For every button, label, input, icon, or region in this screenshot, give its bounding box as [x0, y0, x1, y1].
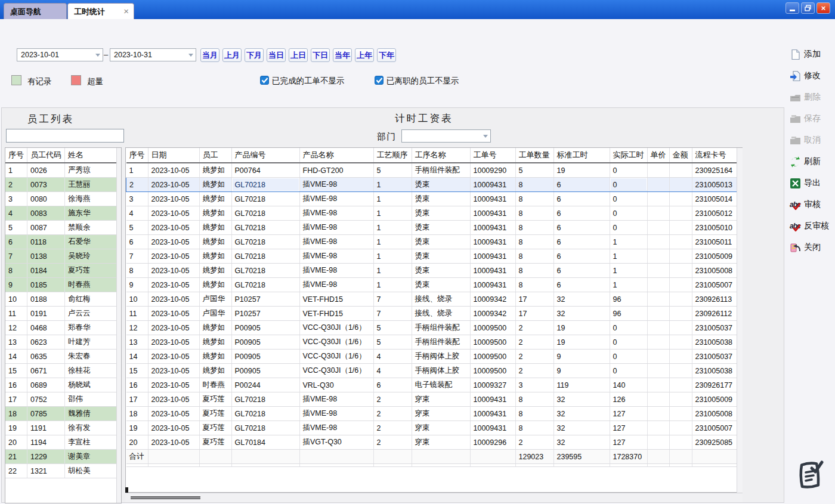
tab-close-icon[interactable]: × [123, 6, 129, 16]
timesheet-cell[interactable]: GL70218 [231, 178, 299, 192]
column-header[interactable]: 实际工时 [610, 148, 647, 163]
employee-row[interactable]: 221321胡松美 [5, 464, 121, 478]
timesheet-cell[interactable]: 10009431 [470, 392, 515, 407]
timesheet-cell[interactable] [647, 335, 669, 350]
timesheet-cell[interactable]: GL70218 [231, 407, 299, 421]
timesheet-cell[interactable]: 10009431 [470, 235, 515, 249]
employee-name-cell[interactable]: 邵伟 [65, 392, 121, 407]
timesheet-cell[interactable]: 13 [126, 335, 149, 350]
timesheet-cell[interactable]: 姚梦如 [199, 163, 231, 178]
timesheet-cell[interactable]: 7 [126, 249, 149, 264]
timesheet-cell[interactable]: 6 [126, 235, 149, 249]
timesheet-cell[interactable]: 插VME-98 [299, 178, 373, 192]
timesheet-cell[interactable]: 烫束 [412, 192, 470, 206]
timesheet-cell[interactable]: 手柄组件装配 [412, 163, 470, 178]
column-header[interactable]: 序号 [126, 148, 149, 163]
timesheet-cell[interactable] [647, 206, 669, 221]
timesheet-cell[interactable]: 10009342 [470, 307, 515, 321]
timesheet-cell[interactable] [647, 178, 669, 192]
timesheet-cell[interactable]: 2023-10-05 [148, 249, 199, 264]
timesheet-cell[interactable] [647, 292, 669, 307]
timesheet-cell[interactable]: P00905 [231, 364, 299, 378]
timesheet-cell[interactable]: 10009431 [470, 221, 515, 235]
timesheet-cell[interactable]: 15 [126, 364, 149, 378]
timesheet-row[interactable]: 182023-10-05夏巧莲GL70218插VME-982穿束10009431… [126, 407, 742, 421]
employee-row[interactable]: 20073王慧丽 [5, 178, 121, 192]
timesheet-cell[interactable]: GL70218 [231, 278, 299, 292]
employee-code-cell[interactable]: 0080 [27, 192, 65, 206]
timesheet-cell[interactable]: P10257 [231, 307, 299, 321]
timesheet-cell[interactable]: 16 [126, 378, 149, 392]
timesheet-cell[interactable]: VET-FHD15 [299, 307, 373, 321]
timesheet-cell[interactable]: 18 [126, 407, 149, 421]
timesheet-cell[interactable]: 8 [515, 221, 553, 235]
employee-name-cell[interactable]: 卢云云 [65, 307, 121, 321]
timesheet-cell[interactable]: 231005010 [692, 221, 741, 235]
timesheet-cell[interactable]: 10009500 [470, 350, 515, 364]
timesheet-cell[interactable]: 2023-10-05 [148, 292, 199, 307]
timesheet-cell[interactable]: 姚梦如 [199, 235, 231, 249]
timesheet-cell[interactable]: 插VME-98 [299, 278, 373, 292]
timesheet-row[interactable]: 12023-10-05姚梦如P00764FHD-GT2005手柄组件装配1000… [126, 163, 742, 178]
timesheet-cell[interactable]: 32 [553, 421, 610, 435]
timesheet-cell[interactable]: 8 [515, 392, 553, 407]
timesheet-cell[interactable]: 127 [610, 435, 647, 450]
tab-worktime-stats[interactable]: 工时统计 × [67, 3, 134, 19]
timesheet-row[interactable]: 82023-10-05姚梦如GL70218插VME-981烫束100094318… [126, 264, 742, 278]
quick-button-current-year[interactable]: 当年 [333, 48, 352, 62]
employee-row[interactable]: 30080徐海燕 [5, 192, 121, 206]
timesheet-cell[interactable]: 3 [126, 192, 149, 206]
timesheet-cell[interactable]: 231005014 [692, 192, 741, 206]
quick-button-prev-month[interactable]: 上月 [222, 48, 242, 62]
employee-row[interactable]: 150671徐桂花 [5, 364, 121, 378]
employee-name-cell[interactable]: 徐海燕 [65, 192, 121, 206]
timesheet-cell[interactable]: 0 [610, 364, 647, 378]
timesheet-cell[interactable]: 烫束 [412, 206, 470, 221]
employee-name-cell[interactable]: 徐有发 [65, 421, 121, 435]
column-header[interactable]: 员工代码 [27, 148, 65, 163]
timesheet-cell[interactable] [669, 421, 692, 435]
timesheet-cell[interactable]: 6 [553, 249, 610, 264]
timesheet-cell[interactable]: 6 [553, 221, 610, 235]
employee-name-cell[interactable]: 吴晓玲 [65, 249, 121, 264]
timesheet-cell[interactable]: 96 [610, 307, 647, 321]
employee-code-cell[interactable]: 0118 [27, 235, 65, 249]
timesheet-row[interactable]: 52023-10-05姚梦如GL70218插VME-981烫束100094318… [126, 221, 742, 235]
timesheet-cell[interactable]: 1 [373, 235, 412, 249]
timesheet-cell[interactable]: 0 [610, 221, 647, 235]
employee-no-cell[interactable]: 11 [5, 307, 27, 321]
timesheet-cell[interactable]: 8 [515, 264, 553, 278]
timesheet-cell[interactable]: VCC-Q30JI（1/6） [299, 321, 373, 335]
close-button[interactable]: 关闭 [790, 240, 835, 255]
timesheet-cell[interactable]: 7 [373, 307, 412, 321]
column-header[interactable]: 产品编号 [231, 148, 299, 163]
quick-button-next-year[interactable]: 下年 [377, 48, 396, 62]
timesheet-cell[interactable] [669, 249, 692, 264]
timesheet-cell[interactable]: GL70218 [231, 264, 299, 278]
timesheet-cell[interactable]: 2023-10-05 [148, 192, 199, 206]
timesheet-cell[interactable]: 6 [373, 378, 412, 392]
employee-no-cell[interactable]: 3 [5, 192, 27, 206]
timesheet-cell[interactable]: 0 [610, 163, 647, 178]
timesheet-cell[interactable]: 穿束 [412, 392, 470, 407]
timesheet-cell[interactable]: 17 [515, 292, 553, 307]
timesheet-row[interactable]: 172023-10-05夏巧莲GL70218插VME-982穿束10009431… [126, 392, 742, 407]
timesheet-cell[interactable]: 10009500 [470, 321, 515, 335]
timesheet-cell[interactable]: 127 [610, 407, 647, 421]
timesheet-cell[interactable]: 2023-10-05 [148, 178, 199, 192]
timesheet-row[interactable]: 122023-10-05姚梦如P00905VCC-Q30JI（1/6）5手柄组件… [126, 321, 742, 335]
timesheet-cell[interactable]: P10257 [231, 292, 299, 307]
timesheet-cell[interactable]: 8 [515, 249, 553, 264]
timesheet-cell[interactable]: 231005037 [692, 350, 741, 364]
timesheet-cell[interactable]: 32 [553, 392, 610, 407]
timesheet-cell[interactable]: 231005038 [692, 335, 741, 350]
timesheet-cell[interactable]: GL70218 [231, 421, 299, 435]
timesheet-cell[interactable] [647, 221, 669, 235]
employee-no-cell[interactable]: 21 [5, 450, 27, 464]
timesheet-cell[interactable] [647, 421, 669, 435]
timesheet-cell[interactable]: 姚梦如 [199, 335, 231, 350]
timesheet-cell[interactable]: 4 [373, 350, 412, 364]
timesheet-cell[interactable]: 2 [515, 321, 553, 335]
timesheet-cell[interactable]: 10009431 [470, 421, 515, 435]
timesheet-cell[interactable]: 32 [553, 407, 610, 421]
